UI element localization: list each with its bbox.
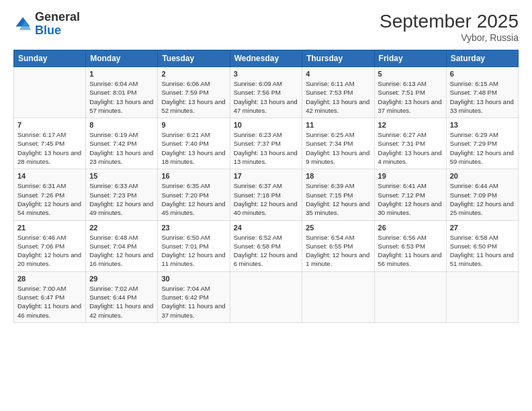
day-header-tuesday: Tuesday xyxy=(158,50,230,67)
day-header-monday: Monday xyxy=(86,50,158,67)
day-cell: 16Sunrise: 6:35 AM Sunset: 7:20 PM Dayli… xyxy=(158,169,230,220)
day-header-saturday: Saturday xyxy=(446,50,518,67)
day-cell xyxy=(374,271,446,322)
day-header-friday: Friday xyxy=(374,50,446,67)
month-title: September 2025 xyxy=(380,11,519,32)
day-info: Sunrise: 6:56 AM Sunset: 6:53 PM Dayligh… xyxy=(378,233,443,269)
day-info: Sunrise: 6:25 AM Sunset: 7:34 PM Dayligh… xyxy=(306,130,370,166)
title-block: September 2025 Vybor, Russia xyxy=(380,11,519,43)
day-info: Sunrise: 6:13 AM Sunset: 7:51 PM Dayligh… xyxy=(378,79,443,115)
day-number: 21 xyxy=(17,224,82,232)
day-cell: 26Sunrise: 6:56 AM Sunset: 6:53 PM Dayli… xyxy=(374,220,446,271)
day-info: Sunrise: 6:04 AM Sunset: 8:01 PM Dayligh… xyxy=(89,79,154,115)
day-number: 15 xyxy=(89,172,154,180)
day-info: Sunrise: 6:37 AM Sunset: 7:18 PM Dayligh… xyxy=(234,181,299,217)
logo-general: General xyxy=(35,10,80,24)
day-number: 5 xyxy=(378,70,443,78)
day-number: 14 xyxy=(17,172,82,180)
logo: General Blue xyxy=(13,11,80,38)
calendar: SundayMondayTuesdayWednesdayThursdayFrid… xyxy=(13,50,519,323)
day-cell xyxy=(446,271,518,322)
day-number: 11 xyxy=(306,121,370,129)
day-cell: 23Sunrise: 6:50 AM Sunset: 7:01 PM Dayli… xyxy=(158,220,230,271)
day-info: Sunrise: 6:33 AM Sunset: 7:23 PM Dayligh… xyxy=(89,181,154,217)
day-cell: 20Sunrise: 6:44 AM Sunset: 7:09 PM Dayli… xyxy=(446,169,518,220)
logo-blue: Blue xyxy=(35,24,61,37)
day-cell xyxy=(302,271,374,322)
day-number: 2 xyxy=(161,70,226,78)
header: General Blue September 2025 Vybor, Russi… xyxy=(13,11,519,43)
day-info: Sunrise: 7:04 AM Sunset: 6:42 PM Dayligh… xyxy=(161,284,226,320)
day-number: 10 xyxy=(234,121,299,129)
day-cell: 29Sunrise: 7:02 AM Sunset: 6:44 PM Dayli… xyxy=(86,271,158,322)
location: Vybor, Russia xyxy=(380,32,519,43)
day-info: Sunrise: 6:31 AM Sunset: 7:26 PM Dayligh… xyxy=(17,181,82,217)
day-info: Sunrise: 6:39 AM Sunset: 7:15 PM Dayligh… xyxy=(306,181,370,217)
day-info: Sunrise: 6:09 AM Sunset: 7:56 PM Dayligh… xyxy=(234,79,299,115)
day-cell: 11Sunrise: 6:25 AM Sunset: 7:34 PM Dayli… xyxy=(302,118,374,169)
day-cell: 30Sunrise: 7:04 AM Sunset: 6:42 PM Dayli… xyxy=(158,271,230,322)
day-cell: 7Sunrise: 6:17 AM Sunset: 7:45 PM Daylig… xyxy=(14,118,86,169)
day-info: Sunrise: 6:15 AM Sunset: 7:48 PM Dayligh… xyxy=(450,79,515,115)
day-cell: 10Sunrise: 6:23 AM Sunset: 7:37 PM Dayli… xyxy=(230,118,302,169)
day-number: 24 xyxy=(234,224,299,232)
day-info: Sunrise: 6:06 AM Sunset: 7:59 PM Dayligh… xyxy=(161,79,226,115)
day-info: Sunrise: 6:48 AM Sunset: 7:04 PM Dayligh… xyxy=(89,233,154,269)
day-cell: 24Sunrise: 6:52 AM Sunset: 6:58 PM Dayli… xyxy=(230,220,302,271)
day-info: Sunrise: 7:02 AM Sunset: 6:44 PM Dayligh… xyxy=(89,284,154,320)
day-info: Sunrise: 6:46 AM Sunset: 7:06 PM Dayligh… xyxy=(17,233,82,269)
day-number: 30 xyxy=(161,275,226,283)
day-info: Sunrise: 6:44 AM Sunset: 7:09 PM Dayligh… xyxy=(450,181,515,217)
day-number: 16 xyxy=(161,172,226,180)
day-info: Sunrise: 6:41 AM Sunset: 7:12 PM Dayligh… xyxy=(378,181,443,217)
day-number: 18 xyxy=(306,172,370,180)
week-row-0: 1Sunrise: 6:04 AM Sunset: 8:01 PM Daylig… xyxy=(14,67,519,118)
day-cell: 5Sunrise: 6:13 AM Sunset: 7:51 PM Daylig… xyxy=(374,67,446,118)
week-row-4: 28Sunrise: 7:00 AM Sunset: 6:47 PM Dayli… xyxy=(14,271,519,322)
day-number: 6 xyxy=(450,70,515,78)
day-cell: 9Sunrise: 6:21 AM Sunset: 7:40 PM Daylig… xyxy=(158,118,230,169)
day-cell: 15Sunrise: 6:33 AM Sunset: 7:23 PM Dayli… xyxy=(86,169,158,220)
day-header-wednesday: Wednesday xyxy=(230,50,302,67)
day-number: 8 xyxy=(89,121,154,129)
day-number: 23 xyxy=(161,224,226,232)
week-row-3: 21Sunrise: 6:46 AM Sunset: 7:06 PM Dayli… xyxy=(14,220,519,271)
day-info: Sunrise: 6:29 AM Sunset: 7:29 PM Dayligh… xyxy=(450,130,515,166)
day-info: Sunrise: 6:35 AM Sunset: 7:20 PM Dayligh… xyxy=(161,181,226,217)
day-cell: 2Sunrise: 6:06 AM Sunset: 7:59 PM Daylig… xyxy=(158,67,230,118)
day-info: Sunrise: 6:11 AM Sunset: 7:53 PM Dayligh… xyxy=(306,79,370,115)
day-number: 19 xyxy=(378,172,443,180)
day-cell: 27Sunrise: 6:58 AM Sunset: 6:50 PM Dayli… xyxy=(446,220,518,271)
day-number: 20 xyxy=(450,172,515,180)
day-info: Sunrise: 6:52 AM Sunset: 6:58 PM Dayligh… xyxy=(234,233,299,269)
logo-text: General Blue xyxy=(35,11,80,38)
day-info: Sunrise: 6:19 AM Sunset: 7:42 PM Dayligh… xyxy=(89,130,154,166)
day-cell: 6Sunrise: 6:15 AM Sunset: 7:48 PM Daylig… xyxy=(446,67,518,118)
day-cell: 8Sunrise: 6:19 AM Sunset: 7:42 PM Daylig… xyxy=(86,118,158,169)
day-number: 26 xyxy=(378,224,443,232)
day-number: 28 xyxy=(17,275,82,283)
day-number: 13 xyxy=(450,121,515,129)
calendar-header-row: SundayMondayTuesdayWednesdayThursdayFrid… xyxy=(14,50,519,67)
week-row-1: 7Sunrise: 6:17 AM Sunset: 7:45 PM Daylig… xyxy=(14,118,519,169)
day-info: Sunrise: 7:00 AM Sunset: 6:47 PM Dayligh… xyxy=(17,284,82,320)
day-info: Sunrise: 6:21 AM Sunset: 7:40 PM Dayligh… xyxy=(161,130,226,166)
day-number: 27 xyxy=(450,224,515,232)
day-cell: 21Sunrise: 6:46 AM Sunset: 7:06 PM Dayli… xyxy=(14,220,86,271)
day-cell: 17Sunrise: 6:37 AM Sunset: 7:18 PM Dayli… xyxy=(230,169,302,220)
day-cell: 1Sunrise: 6:04 AM Sunset: 8:01 PM Daylig… xyxy=(86,67,158,118)
day-cell: 19Sunrise: 6:41 AM Sunset: 7:12 PM Dayli… xyxy=(374,169,446,220)
day-cell: 18Sunrise: 6:39 AM Sunset: 7:15 PM Dayli… xyxy=(302,169,374,220)
week-row-2: 14Sunrise: 6:31 AM Sunset: 7:26 PM Dayli… xyxy=(14,169,519,220)
day-number: 29 xyxy=(89,275,154,283)
day-header-thursday: Thursday xyxy=(302,50,374,67)
day-number: 1 xyxy=(89,70,154,78)
day-number: 7 xyxy=(17,121,82,129)
day-info: Sunrise: 6:27 AM Sunset: 7:31 PM Dayligh… xyxy=(378,130,443,166)
day-cell: 28Sunrise: 7:00 AM Sunset: 6:47 PM Dayli… xyxy=(14,271,86,322)
day-cell xyxy=(14,67,86,118)
day-header-sunday: Sunday xyxy=(14,50,86,67)
day-number: 4 xyxy=(306,70,370,78)
day-info: Sunrise: 6:54 AM Sunset: 6:55 PM Dayligh… xyxy=(306,233,370,269)
day-cell: 12Sunrise: 6:27 AM Sunset: 7:31 PM Dayli… xyxy=(374,118,446,169)
